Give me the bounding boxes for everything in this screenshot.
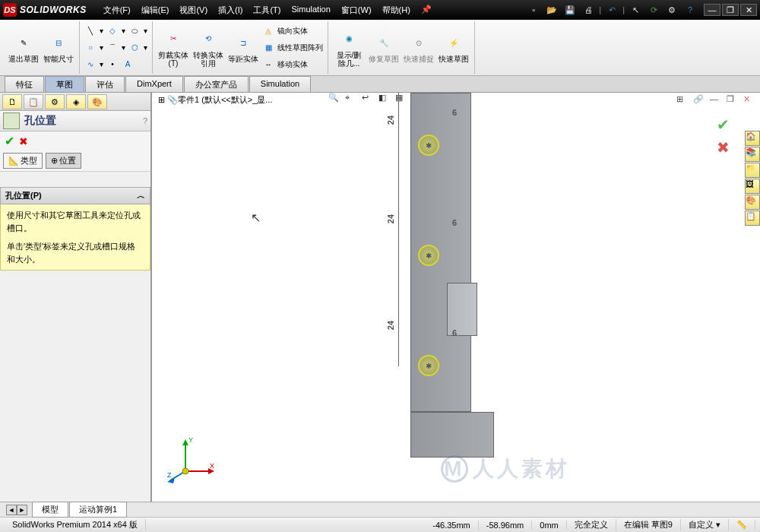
tab-dimxpert[interactable]: DimXpert	[125, 76, 183, 92]
dimxpert-manager-tab[interactable]: ◈	[66, 94, 86, 109]
exit-sketch-button[interactable]: ✎退出草图	[8, 23, 40, 73]
vp-min-icon[interactable]: —	[710, 94, 722, 106]
rebuild-icon[interactable]: ⟳	[646, 2, 661, 17]
menu-pin-icon[interactable]: 📌	[416, 3, 436, 17]
config-manager-tab[interactable]: ⚙	[45, 94, 65, 109]
taskpane-view-palette[interactable]: 🖼	[745, 179, 760, 194]
status-coord-y: -58.96mm	[479, 521, 533, 530]
open-icon[interactable]: 📂	[544, 2, 559, 17]
scroll-right-icon[interactable]: ►	[17, 505, 27, 515]
tab-model[interactable]: 模型	[32, 502, 68, 518]
tab-features[interactable]: 特征	[5, 76, 44, 92]
showhide-icon: ◉	[338, 28, 359, 49]
close-icon[interactable]: ✕	[740, 4, 757, 16]
mirror-button[interactable]: ◬镜向实体	[262, 24, 323, 39]
zoom-area-icon[interactable]: ⌖	[345, 93, 359, 106]
manager-tabs: 🗋 📋 ⚙ ◈ 🎨	[0, 93, 150, 111]
tab-office[interactable]: 办公室产品	[184, 76, 249, 92]
status-units-icon[interactable]: 📏	[729, 520, 755, 530]
menu-insert[interactable]: 插入(I)	[214, 3, 247, 17]
status-custom[interactable]: 自定义 ▾	[681, 519, 729, 530]
menu-window[interactable]: 窗口(W)	[337, 3, 376, 17]
scroll-left-icon[interactable]: ◄	[6, 505, 17, 515]
undo-icon[interactable]: ↶	[604, 2, 619, 17]
move-button[interactable]: ↔移动实体	[262, 57, 323, 72]
repair-button[interactable]: 🔧修复草图	[368, 23, 400, 73]
help-icon[interactable]: ?	[682, 2, 698, 17]
vp-tile-icon[interactable]: ⊞	[676, 94, 689, 106]
svg-text:Z: Z	[167, 471, 172, 479]
snap-button[interactable]: ⊙快速捕捉	[403, 23, 435, 73]
select-icon[interactable]: ↖	[628, 2, 643, 17]
subtab-position[interactable]: ⊕位置	[46, 153, 81, 169]
pm-help-icon[interactable]: ?	[143, 116, 147, 125]
graphics-viewport[interactable]: ⊞ 📎 零件1 (默认<<默认>_显... 🔍 ⌖ ↩ ◧ ▦ ◻ 👁 🎨 ⛰ …	[152, 93, 760, 502]
smart-dim-button[interactable]: ⊟智能尺寸	[43, 23, 74, 73]
taskpane-file-explorer[interactable]: 📁	[745, 163, 760, 178]
cancel-button[interactable]: ✖	[19, 135, 28, 147]
dim-v2[interactable]: 24	[386, 214, 395, 223]
new-icon[interactable]: ▫	[526, 2, 541, 17]
dim-h1[interactable]: 6	[452, 108, 457, 117]
tab-simulation[interactable]: Simulation	[249, 76, 311, 92]
dim-h2[interactable]: 6	[452, 218, 457, 227]
menu-help[interactable]: 帮助(H)	[378, 3, 415, 17]
save-icon[interactable]: 💾	[562, 2, 578, 17]
menu-view[interactable]: 视图(V)	[175, 3, 212, 17]
pm-section-header[interactable]: 孔位置(P)︿	[0, 187, 150, 204]
repair-icon: 🔧	[373, 32, 394, 53]
tab-motion-study[interactable]: 运动算例1	[69, 502, 127, 518]
arc-icon: ⌒	[106, 42, 119, 54]
ok-button[interactable]: ✔	[5, 134, 14, 148]
zoom-fit-icon[interactable]: 🔍	[328, 93, 342, 106]
vp-close-icon[interactable]: ✕	[743, 94, 755, 106]
dim-v3[interactable]: 24	[386, 321, 395, 330]
orientation-triad[interactable]: Y X Z	[164, 433, 217, 486]
property-manager-tab[interactable]: 📋	[24, 94, 43, 109]
vp-max-icon[interactable]: ❐	[727, 94, 739, 106]
maximize-icon[interactable]: ❐	[722, 4, 739, 16]
status-bar: SolidWorks Premium 2014 x64 版 -46.35mm -…	[0, 517, 760, 532]
rapid-button[interactable]: ⚡快速草图	[438, 23, 470, 73]
subtab-type[interactable]: 📐类型	[3, 153, 43, 169]
feature-manager-tab[interactable]: 🗋	[2, 94, 22, 109]
dim-v1[interactable]: 24	[386, 116, 395, 125]
circle-tool[interactable]: ○▾ ⌒▾ ⬡▾	[84, 40, 147, 55]
prev-view-icon[interactable]: ↩	[362, 93, 375, 106]
hole-position-icon	[3, 112, 20, 129]
pm-subtabs: 📐类型 ⊕位置	[0, 150, 150, 172]
offset-button[interactable]: ⊐等距实体	[227, 23, 259, 73]
menu-simulation[interactable]: Simulation	[287, 3, 335, 17]
tab-evaluate[interactable]: 评估	[85, 76, 125, 92]
confirm-corner-cancel[interactable]: ✖	[717, 138, 730, 157]
print-icon[interactable]: 🖨	[581, 2, 596, 17]
taskpane-resources[interactable]: 🏠	[745, 131, 760, 146]
line-tool[interactable]: ╲▾ ◇▾ ⬭▾	[84, 24, 147, 39]
text-icon: A	[122, 59, 134, 71]
trim-button[interactable]: ✂剪裁实体(T)	[157, 23, 189, 73]
taskpane-custom-props[interactable]: 📋	[745, 211, 760, 226]
convert-button[interactable]: ⟲转换实体引用	[192, 23, 224, 73]
hole-1[interactable]	[418, 135, 439, 156]
menu-file[interactable]: 文件(F)	[99, 3, 135, 17]
app-logo: DS	[3, 3, 17, 17]
display-manager-tab[interactable]: 🎨	[87, 94, 107, 109]
minimize-icon[interactable]: —	[704, 4, 720, 16]
hole-3[interactable]	[418, 355, 439, 376]
dim-h3[interactable]: 6	[452, 328, 457, 337]
confirm-corner-ok[interactable]: ✔	[717, 116, 730, 134]
menu-edit[interactable]: 编辑(E)	[137, 3, 174, 17]
ribbon: ✎退出草图 ⊟智能尺寸 ╲▾ ◇▾ ⬭▾ ○▾ ⌒▾ ⬡▾ ∿▾ • A ✂剪裁…	[0, 20, 760, 76]
options-icon[interactable]: ⚙	[664, 2, 679, 17]
menu-tools[interactable]: 工具(T)	[249, 3, 285, 17]
showhide-button[interactable]: ◉显示/删除几...	[333, 23, 365, 73]
flyout-tree[interactable]: ⊞ 📎 零件1 (默认<<默认>_显...	[158, 94, 272, 106]
hole-2[interactable]	[418, 245, 439, 266]
taskpane-appearances[interactable]: 🎨	[745, 195, 760, 210]
taskpane-design-lib[interactable]: 📚	[745, 147, 760, 162]
vp-link-icon[interactable]: 🔗	[693, 94, 705, 106]
tab-sketch[interactable]: 草图	[45, 76, 84, 92]
rapid-icon: ⚡	[443, 32, 464, 53]
spline-tool[interactable]: ∿▾ • A	[84, 57, 147, 72]
pattern-button[interactable]: ▦线性草图阵列	[262, 40, 323, 55]
